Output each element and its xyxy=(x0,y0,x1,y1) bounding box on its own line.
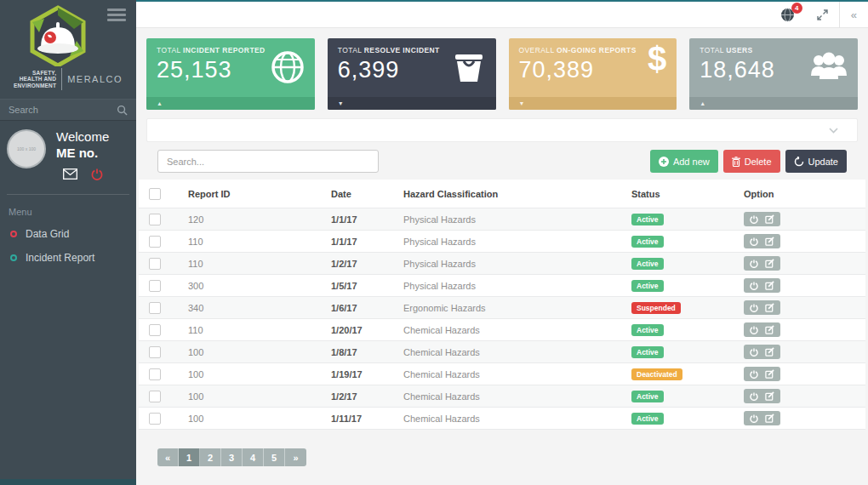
power-icon[interactable] xyxy=(750,370,758,379)
edit-icon[interactable] xyxy=(765,259,774,268)
status-badge: Active xyxy=(631,236,664,248)
menu-dot-icon xyxy=(10,231,17,237)
column-header-option: Option xyxy=(734,189,865,199)
edit-icon[interactable] xyxy=(765,281,774,290)
power-icon[interactable] xyxy=(750,414,758,423)
sidebar-item-incident-report[interactable]: Incident Report xyxy=(0,246,136,270)
edit-icon[interactable] xyxy=(765,347,774,357)
row-checkbox[interactable] xyxy=(149,236,161,248)
cell-status: Active xyxy=(621,413,734,425)
mail-icon[interactable] xyxy=(63,168,77,180)
stat-footer[interactable]: ▲ xyxy=(689,97,858,110)
stat-card-incident-reported[interactable]: TOTAL INCIDENT REPORTED 25,153 ▲ xyxy=(146,38,315,110)
stat-card-resolve-incident[interactable]: TOTAL RESOLVE INCIDENT 6,399 ▼ xyxy=(328,38,496,110)
cell-status: Active xyxy=(621,324,734,336)
cell-status: Deactivated xyxy=(621,368,734,380)
edit-icon[interactable] xyxy=(765,325,774,334)
edit-icon[interactable] xyxy=(765,303,774,312)
cell-report-id: 120 xyxy=(178,214,321,225)
status-badge: Active xyxy=(631,413,664,425)
power-icon[interactable] xyxy=(750,304,758,312)
row-checkbox[interactable] xyxy=(149,214,161,225)
sidebar: SAFETY, HEALTH AND ENVIRONMENT MERALCO S… xyxy=(0,0,136,485)
page-prev-button[interactable]: « xyxy=(157,448,179,466)
reports-table: Report ID Date Hazard Classification Sta… xyxy=(139,180,865,430)
cell-status: Active xyxy=(621,346,734,358)
page-button-2[interactable]: 2 xyxy=(200,448,221,466)
row-checkbox[interactable] xyxy=(149,258,161,270)
search-icon[interactable] xyxy=(117,105,128,116)
status-badge: Active xyxy=(631,346,664,358)
cell-option xyxy=(734,411,865,425)
stat-label: OVERALL ON-GOING REPORTS xyxy=(519,46,667,54)
power-icon[interactable] xyxy=(750,326,758,334)
cell-hazard: Chemical Hazards xyxy=(393,391,621,402)
menu-dot-icon xyxy=(10,254,17,261)
option-button-group xyxy=(744,345,780,359)
dollar-icon: $ xyxy=(648,42,666,76)
power-icon[interactable] xyxy=(750,348,758,357)
brand-row xyxy=(0,0,136,66)
power-icon[interactable] xyxy=(750,237,758,246)
row-checkbox[interactable] xyxy=(149,413,161,425)
column-header-hazard: Hazard Classification xyxy=(393,189,621,199)
edit-icon[interactable] xyxy=(765,237,774,246)
cell-report-id: 300 xyxy=(178,281,321,291)
fullscreen-icon[interactable] xyxy=(806,2,839,27)
cell-hazard: Physical Hazards xyxy=(393,281,621,291)
delete-button[interactable]: Delete xyxy=(723,150,780,173)
stat-footer[interactable]: ▼ xyxy=(328,97,496,110)
cell-option xyxy=(734,322,865,337)
plus-circle-icon xyxy=(659,157,669,167)
page-button-4[interactable]: 4 xyxy=(243,448,264,466)
power-icon[interactable] xyxy=(750,215,758,224)
row-checkbox[interactable] xyxy=(149,324,161,336)
page-button-5[interactable]: 5 xyxy=(264,448,285,466)
power-icon[interactable] xyxy=(750,392,758,401)
row-checkbox[interactable] xyxy=(149,280,161,292)
row-checkbox[interactable] xyxy=(149,302,161,314)
update-button[interactable]: Update xyxy=(785,150,847,173)
notifications-globe-icon[interactable]: 4 xyxy=(769,2,806,27)
globe-icon xyxy=(271,50,305,88)
power-icon[interactable] xyxy=(750,282,758,290)
cell-date: 1/19/17 xyxy=(321,369,393,379)
delete-label: Delete xyxy=(745,157,772,167)
sidebar-search-placeholder: Search xyxy=(9,105,117,115)
stat-card-total-users[interactable]: TOTAL USERS 18,648 ▲ xyxy=(689,38,858,110)
hamburger-icon[interactable] xyxy=(107,9,126,24)
row-checkbox[interactable] xyxy=(149,368,161,380)
pagination: «12345» xyxy=(157,448,306,466)
select-all-checkbox[interactable] xyxy=(149,188,161,200)
add-new-button[interactable]: Add new xyxy=(650,150,718,173)
edit-icon[interactable] xyxy=(765,214,774,224)
cell-date: 1/2/17 xyxy=(321,259,393,269)
sidebar-item-label: Incident Report xyxy=(26,252,94,264)
table-search-input[interactable] xyxy=(157,150,379,173)
collapsible-panel-header[interactable] xyxy=(146,118,858,142)
stat-footer[interactable]: ▲ xyxy=(146,97,315,110)
row-checkbox[interactable] xyxy=(149,391,161,402)
cell-option xyxy=(734,278,865,293)
stat-footer[interactable]: ▼ xyxy=(509,97,677,110)
page-button-1[interactable]: 1 xyxy=(179,448,200,466)
row-checkbox[interactable] xyxy=(149,346,161,358)
chevron-down-icon[interactable] xyxy=(829,128,838,134)
add-new-label: Add new xyxy=(673,157,710,167)
sidebar-item-data-grid[interactable]: Data Grid xyxy=(0,222,136,246)
edit-icon[interactable] xyxy=(765,414,774,423)
page-next-button[interactable]: » xyxy=(285,448,306,466)
table-row: 1101/2/17Physical HazardsActive xyxy=(139,253,865,275)
basket-icon xyxy=(452,50,486,88)
power-icon[interactable] xyxy=(750,260,758,268)
power-icon[interactable] xyxy=(91,168,103,180)
stat-card-ongoing-reports[interactable]: OVERALL ON-GOING REPORTS 70,389 $ ▼ xyxy=(509,38,677,110)
page-button-3[interactable]: 3 xyxy=(221,448,243,466)
option-button-group xyxy=(744,389,780,403)
cell-report-id: 100 xyxy=(178,369,321,379)
edit-icon[interactable] xyxy=(765,391,774,401)
collapse-sidebar-icon[interactable]: « xyxy=(840,2,868,27)
edit-icon[interactable] xyxy=(765,369,774,379)
main-content: 4 « TOTAL INCIDENT REPORTED 25,153 xyxy=(136,0,868,485)
sidebar-search-input[interactable]: Search xyxy=(0,99,136,121)
